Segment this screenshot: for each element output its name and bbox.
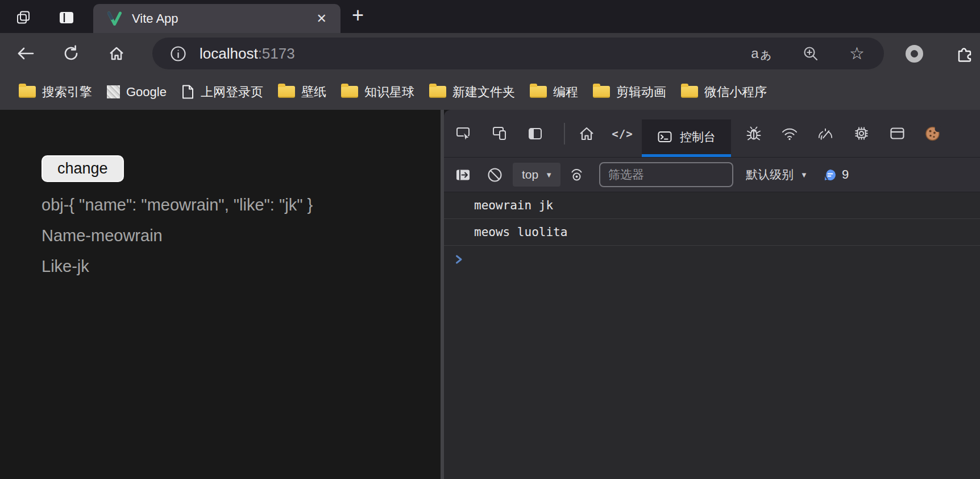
bookmark-folder-new-folder[interactable]: 新建文件夹: [422, 80, 522, 104]
bookmark-folder-search-engines[interactable]: 搜索引擎: [11, 80, 99, 104]
bookmark-label: 知识星球: [364, 84, 414, 101]
bookmark-label: 剪辑动画: [616, 84, 666, 101]
folder-icon: [429, 86, 446, 98]
sidebar-panel-icon[interactable]: [526, 125, 544, 143]
bookmark-label: 微信小程序: [704, 84, 767, 101]
sidebar-toggle-icon[interactable]: [57, 2, 76, 33]
console-toolbar: top ▼ 默认级别 ▼: [444, 158, 980, 192]
bookmark-label: 编程: [553, 84, 578, 101]
change-button[interactable]: change: [41, 155, 124, 182]
folder-icon: [530, 86, 547, 98]
console-filter-input[interactable]: [599, 162, 733, 187]
web-page: change obj-{ "name": "meowrain", "like":…: [0, 110, 441, 479]
document-icon: [181, 84, 194, 100]
clear-console-icon[interactable]: [485, 166, 504, 184]
tab-bar: Vite App ✕ +: [0, 0, 980, 33]
toolbar-separator: [564, 123, 565, 144]
browser-window: Vite App ✕ +: [0, 0, 980, 479]
bookmark-label: 壁纸: [301, 84, 326, 101]
network-wifi-icon[interactable]: [780, 125, 799, 143]
bookmark-star-icon[interactable]: ☆: [849, 45, 865, 62]
url-text: localhost:5173: [200, 45, 295, 63]
message-bubble-icon: [824, 168, 837, 181]
home-icon[interactable]: [107, 44, 126, 63]
content-area: change obj-{ "name": "meowrain", "like":…: [0, 110, 980, 479]
performance-gauge-icon[interactable]: [816, 125, 834, 143]
debugger-bug-icon[interactable]: [745, 125, 763, 143]
url-bar[interactable]: localhost:5173 aぁ ☆: [152, 38, 884, 69]
like-text: Like-jk: [41, 251, 441, 282]
log-level-dropdown[interactable]: 默认级别 ▼: [746, 167, 808, 183]
bookmark-label: 上网登录页: [201, 84, 263, 101]
folder-icon: [681, 86, 698, 98]
bookmark-label: Google: [126, 85, 167, 100]
console-tab[interactable]: 控制台: [642, 119, 731, 157]
inspect-element-icon[interactable]: [454, 125, 472, 143]
welcome-home-tab-icon[interactable]: [578, 125, 596, 143]
name-text: Name-meowrain: [41, 220, 441, 251]
storage-drawer-icon[interactable]: [888, 125, 906, 143]
message-count-number: 9: [842, 167, 849, 182]
extension-ring-icon[interactable]: [906, 45, 923, 63]
message-count-badge[interactable]: 9: [824, 167, 849, 182]
responsive-design-icon[interactable]: [490, 125, 508, 143]
folder-icon: [278, 86, 295, 98]
memory-chip-icon[interactable]: [852, 125, 870, 143]
url-port: :5173: [258, 45, 295, 62]
bookmark-login-page[interactable]: 上网登录页: [174, 80, 271, 104]
navigation-bar: localhost:5173 aぁ ☆: [0, 33, 980, 74]
folder-icon: [341, 86, 358, 98]
reload-icon[interactable]: [61, 44, 81, 63]
extensions-puzzle-icon[interactable]: [956, 45, 974, 63]
elements-tab-icon[interactable]: </>: [613, 125, 632, 143]
bookmark-folder-wallpapers[interactable]: 壁纸: [271, 80, 334, 104]
folder-icon: [593, 86, 610, 98]
bookmark-label: 搜索引擎: [42, 84, 92, 101]
console-message[interactable]: meowrain jk: [444, 192, 980, 219]
context-selector-value: top: [522, 168, 538, 181]
devtools-toolbar: </> 控制台: [444, 110, 980, 158]
site-info-icon[interactable]: [169, 45, 187, 63]
bookmark-folder-wechat-miniprogram[interactable]: 微信小程序: [674, 80, 774, 104]
bookmark-folder-zhishixingqiu[interactable]: 知识星球: [334, 80, 422, 104]
tab-title: Vite App: [132, 11, 312, 26]
bookmark-label: 新建文件夹: [452, 84, 515, 101]
console-output: meowrain jk meows luolita: [444, 192, 980, 479]
folder-icon: [19, 86, 36, 98]
context-selector-dropdown[interactable]: top ▼: [513, 163, 560, 187]
log-level-value: 默认级别: [746, 167, 794, 183]
console-tab-label: 控制台: [680, 129, 716, 145]
console-message[interactable]: meows luolita: [444, 219, 980, 246]
bookmarks-bar: 搜索引擎 Google 上网登录页 壁纸 知识星球 新建文件夹: [0, 74, 980, 110]
new-tab-button[interactable]: +: [352, 5, 364, 28]
google-favicon: [107, 85, 120, 98]
bookmark-folder-programming[interactable]: 编程: [522, 80, 585, 104]
tab-groups-icon[interactable]: [14, 2, 33, 33]
tab-close-icon[interactable]: ✕: [312, 10, 331, 27]
console-input-row[interactable]: [444, 246, 980, 272]
object-text: obj-{ "name": "meowrain", "like": "jk" }: [41, 189, 353, 220]
translate-icon[interactable]: aぁ: [751, 44, 773, 63]
console-sidebar-icon[interactable]: [454, 166, 472, 184]
back-icon[interactable]: [16, 44, 35, 63]
console-panel-icon: [657, 130, 672, 143]
devtools-panel: </> 控制台: [444, 110, 980, 479]
vite-logo-icon: [107, 11, 122, 26]
zoom-in-icon[interactable]: [802, 45, 820, 63]
chevron-down-icon: ▼: [800, 171, 808, 179]
live-expression-eye-icon[interactable]: [567, 166, 585, 184]
bookmark-folder-video-editing[interactable]: 剪辑动画: [585, 80, 674, 104]
bookmark-google[interactable]: Google: [99, 81, 174, 103]
prompt-chevron-icon: [455, 254, 463, 265]
url-host: localhost: [200, 45, 258, 62]
browser-tab-vite-app[interactable]: Vite App ✕: [93, 4, 340, 33]
chevron-down-icon: ▼: [545, 171, 553, 179]
cookie-extension-icon[interactable]: [924, 125, 942, 143]
